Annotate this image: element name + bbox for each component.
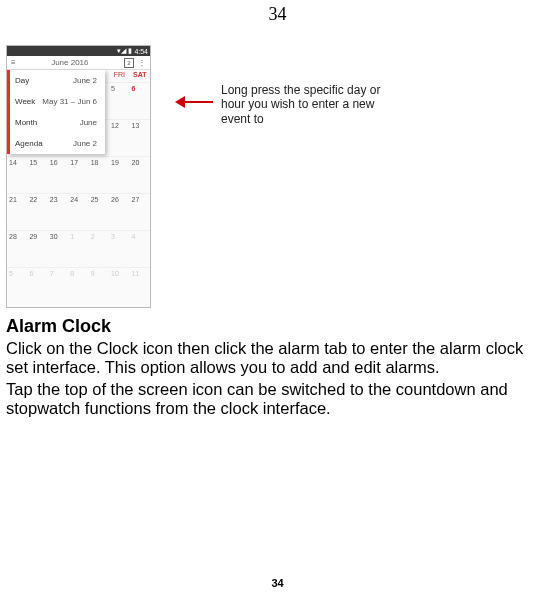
cal-cell[interactable]: 12 xyxy=(109,120,129,156)
cal-cell[interactable]: 1 xyxy=(68,231,88,267)
wk-col-sat: SAT xyxy=(130,70,150,82)
cal-cell[interactable]: 9 xyxy=(89,268,109,304)
cal-cell[interactable]: 5 xyxy=(7,268,27,304)
cal-cell[interactable]: 3 xyxy=(109,231,129,267)
page-number-bottom: 34 xyxy=(0,577,555,589)
menu-side: June xyxy=(80,118,97,127)
wk-col-fri: FRI xyxy=(109,70,129,82)
cal-cell[interactable]: 20 xyxy=(130,157,150,193)
app-top-bar: ≡ June 2016 2 ⋮ xyxy=(7,56,150,70)
cal-cell[interactable]: 23 xyxy=(48,194,68,230)
cal-cell[interactable]: 13 xyxy=(130,120,150,156)
page-number-top: 34 xyxy=(0,0,555,25)
cal-cell[interactable]: 5 xyxy=(109,83,129,119)
status-bar: ▾◢ ▮ 4:54 xyxy=(7,46,150,56)
cal-cell[interactable]: 10 xyxy=(109,268,129,304)
annotation-text: Long press the specific day or hour you … xyxy=(221,83,401,126)
cal-cell[interactable]: 25 xyxy=(89,194,109,230)
cal-cell[interactable]: 6 xyxy=(27,268,47,304)
menu-label: Week xyxy=(15,97,35,106)
cal-row: 14 15 16 17 18 19 20 xyxy=(7,156,150,193)
cal-cell[interactable]: 7 xyxy=(48,268,68,304)
calendar-screenshot: ▾◢ ▮ 4:54 ≡ June 2016 2 ⋮ Jun FRI SAT D xyxy=(6,45,151,308)
dropdown-accent xyxy=(7,70,10,154)
menu-side: June 2 xyxy=(73,76,97,85)
section-heading: Alarm Clock xyxy=(6,316,549,337)
hamburger-icon[interactable]: ≡ xyxy=(11,58,16,67)
cal-cell[interactable]: 26 xyxy=(109,194,129,230)
cal-cell[interactable]: 29 xyxy=(27,231,47,267)
menu-side: May 31 – Jun 6 xyxy=(42,97,97,106)
menu-item-month[interactable]: Month June xyxy=(7,112,105,133)
overflow-icon[interactable]: ⋮ xyxy=(138,58,146,67)
content-row: ▾◢ ▮ 4:54 ≡ June 2016 2 ⋮ Jun FRI SAT D xyxy=(6,45,555,308)
battery-icon: ▮ xyxy=(128,47,132,55)
signal-icon: ▾◢ xyxy=(117,47,126,55)
menu-label: Day xyxy=(15,76,29,85)
menu-label: Month xyxy=(15,118,37,127)
cal-cell[interactable]: 14 xyxy=(7,157,27,193)
top-bar-title: June 2016 xyxy=(51,58,88,67)
cal-cell[interactable]: 24 xyxy=(68,194,88,230)
cal-cell[interactable]: 2 xyxy=(89,231,109,267)
cal-row: 28 29 30 1 2 3 4 xyxy=(7,230,150,267)
cal-cell[interactable]: 16 xyxy=(48,157,68,193)
view-dropdown[interactable]: Day June 2 Week May 31 – Jun 6 Month Jun… xyxy=(7,70,105,154)
today-badge[interactable]: 2 xyxy=(124,58,134,68)
cal-cell[interactable]: 18 xyxy=(89,157,109,193)
section-alarm-clock: Alarm Clock Click on the Clock icon then… xyxy=(6,316,549,419)
section-paragraph: Click on the Clock icon then click the a… xyxy=(6,339,549,378)
menu-side: June 2 xyxy=(73,139,97,148)
cal-cell-sat[interactable]: 6 xyxy=(130,83,150,119)
cal-row: 21 22 23 24 25 26 27 xyxy=(7,193,150,230)
cal-cell[interactable]: 17 xyxy=(68,157,88,193)
status-time: 4:54 xyxy=(134,48,148,55)
annotation: Long press the specific day or hour you … xyxy=(175,83,401,126)
cal-cell[interactable]: 15 xyxy=(27,157,47,193)
menu-item-week[interactable]: Week May 31 – Jun 6 xyxy=(7,91,105,112)
menu-item-day[interactable]: Day June 2 xyxy=(7,70,105,91)
cal-cell[interactable]: 19 xyxy=(109,157,129,193)
cal-cell[interactable]: 8 xyxy=(68,268,88,304)
section-paragraph: Tap the top of the screen icon can be sw… xyxy=(6,380,549,419)
arrow-left-icon xyxy=(175,95,213,109)
cal-cell[interactable]: 28 xyxy=(7,231,27,267)
cal-cell[interactable]: 27 xyxy=(130,194,150,230)
cal-cell[interactable]: 11 xyxy=(130,268,150,304)
cal-cell[interactable]: 30 xyxy=(48,231,68,267)
cal-cell[interactable]: 4 xyxy=(130,231,150,267)
cal-row: 5 6 7 8 9 10 11 xyxy=(7,267,150,304)
cal-cell[interactable]: 21 xyxy=(7,194,27,230)
menu-label: Agenda xyxy=(15,139,43,148)
menu-item-agenda[interactable]: Agenda June 2 xyxy=(7,133,105,154)
cal-cell[interactable]: 22 xyxy=(27,194,47,230)
